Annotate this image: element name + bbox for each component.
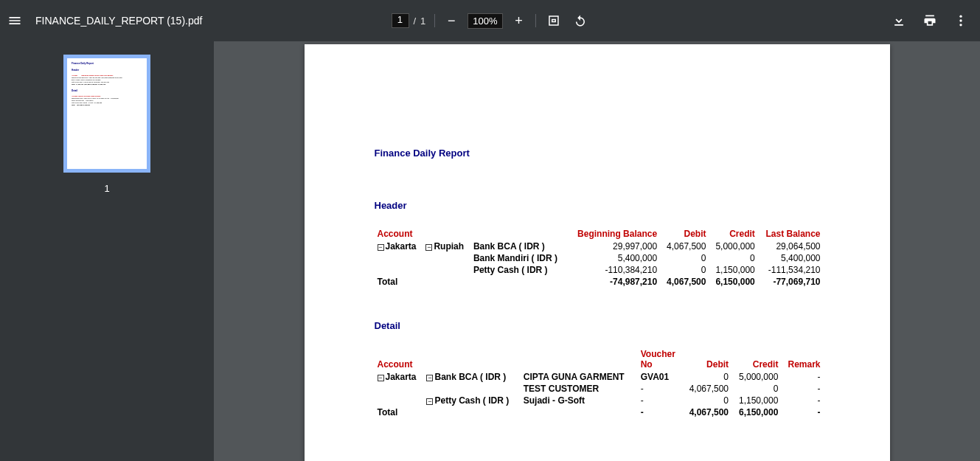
group-region: −Jakarta [375,371,424,406]
cell-debit: 4,067,500 [660,240,709,252]
detail-credit: 1,150,000 [731,395,781,406]
document-viewport[interactable]: Finance Daily Report Header Account Begi… [214,41,980,461]
cell-credit: 5,000,000 [709,240,757,252]
detail-remark: - [781,395,823,406]
col-beginning-balance: Beginning Balance [568,227,660,240]
col-credit: Credit [731,347,781,371]
cell-last: -111,534,210 [758,264,824,276]
group-region: −Jakarta [375,240,423,276]
total-credit: 6,150,000 [731,406,781,418]
account-name: Bank BCA ( IDR ) [470,240,568,252]
detail-party: Sujadi - G-Soft [521,395,638,406]
svg-point-1 [959,19,962,21]
page-indicator: 1 / 1 [391,13,425,28]
account-name: Bank Mandiri ( IDR ) [470,252,568,264]
detail-voucher: - [638,383,682,395]
thumbnail-sidebar: Finance Daily Report Header Account Begi… [0,41,214,461]
detail-debit: 4,067,500 [682,383,731,395]
pdf-page: Finance Daily Report Header Account Begi… [305,44,890,461]
group-currency: −Rupiah [423,240,470,276]
detail-voucher: GVA01 [638,371,682,383]
total-credit: 6,150,000 [709,276,757,288]
total-remark: - [781,406,823,418]
zoom-in-button[interactable]: + [512,13,527,29]
collapse-icon[interactable]: − [426,398,433,405]
group-account: −Petty Cash ( IDR ) [423,395,520,406]
col-account: Account [375,347,638,371]
cell-last: 5,400,000 [758,252,824,264]
col-debit: Debit [682,347,731,371]
page-separator: / [413,15,416,27]
cell-credit: 1,150,000 [709,264,757,276]
summary-total-row: Total -74,987,210 4,067,500 6,150,000 -7… [375,276,824,288]
detail-party: CIPTA GUNA GARMENT [521,371,638,383]
group-account: −Bank BCA ( IDR ) [423,371,520,395]
zoom-level[interactable]: 100% [468,13,502,29]
col-remark: Remark [781,347,823,371]
print-icon[interactable] [921,12,939,30]
col-voucher-no: Voucher No [638,347,682,371]
collapse-icon[interactable]: − [426,375,433,381]
thumbnail-page-number: 1 [104,183,109,194]
detail-party: TEST CUSTOMER [521,383,638,395]
table-row: −Petty Cash ( IDR ) Sujadi - G-Soft - 0 … [375,395,824,406]
cell-beginning: 29,997,000 [568,240,660,252]
page-number-input[interactable]: 1 [391,13,409,28]
divider [535,14,536,27]
pdf-toolbar: FINANCE_DAILY_REPORT (15).pdf 1 / 1 − 10… [0,0,980,41]
cell-credit: 0 [709,252,757,264]
total-label: Total [375,406,638,418]
cell-beginning: -110,384,210 [568,264,660,276]
detail-voucher: - [638,395,682,406]
total-label: Total [375,276,568,288]
more-icon[interactable] [952,12,970,30]
col-last-balance: Last Balance [758,227,824,240]
page-total: 1 [420,15,425,27]
divider [434,14,435,27]
account-name: Petty Cash ( IDR ) [470,264,568,276]
table-row: −Jakarta −Rupiah Bank BCA ( IDR ) 29,997… [375,240,824,252]
fit-page-icon[interactable] [545,12,563,30]
detail-credit: 0 [731,383,781,395]
col-debit: Debit [660,227,709,240]
detail-table: Account Voucher No Debit Credit Remark −… [375,347,824,418]
detail-remark: - [781,383,823,395]
collapse-icon[interactable]: − [378,244,384,251]
summary-table: Account Beginning Balance Debit Credit L… [375,227,824,288]
zoom-out-button[interactable]: − [444,13,459,29]
col-account: Account [375,227,568,240]
detail-credit: 5,000,000 [731,371,781,383]
menu-icon[interactable] [6,12,24,30]
document-filename: FINANCE_DAILY_REPORT (15).pdf [35,15,202,27]
page-thumbnail[interactable]: Finance Daily Report Header Account Begi… [63,55,150,173]
cell-debit: 0 [660,252,709,264]
total-beginning: -74,987,210 [568,276,660,288]
rotate-icon[interactable] [571,12,589,30]
collapse-icon[interactable]: − [425,244,432,251]
report-title: Finance Daily Report [375,148,824,159]
total-debit: 4,067,500 [682,406,731,418]
collapse-icon[interactable]: − [378,375,384,381]
svg-point-2 [959,24,962,26]
total-debit: 4,067,500 [660,276,709,288]
download-icon[interactable] [890,12,908,30]
header-section-label: Header [375,200,824,211]
total-last: -77,069,710 [758,276,824,288]
detail-debit: 0 [682,371,731,383]
detail-section-label: Detail [375,320,824,331]
detail-remark: - [781,371,823,383]
thumbnail-preview: Finance Daily Report Header Account Begi… [72,63,142,164]
total-voucher: - [638,406,682,418]
col-credit: Credit [709,227,757,240]
svg-point-0 [959,15,962,18]
table-row: −Jakarta −Bank BCA ( IDR ) CIPTA GUNA GA… [375,371,824,383]
detail-debit: 0 [682,395,731,406]
cell-last: 29,064,500 [758,240,824,252]
detail-total-row: Total - 4,067,500 6,150,000 - [375,406,824,418]
cell-beginning: 5,400,000 [568,252,660,264]
cell-debit: 0 [660,264,709,276]
